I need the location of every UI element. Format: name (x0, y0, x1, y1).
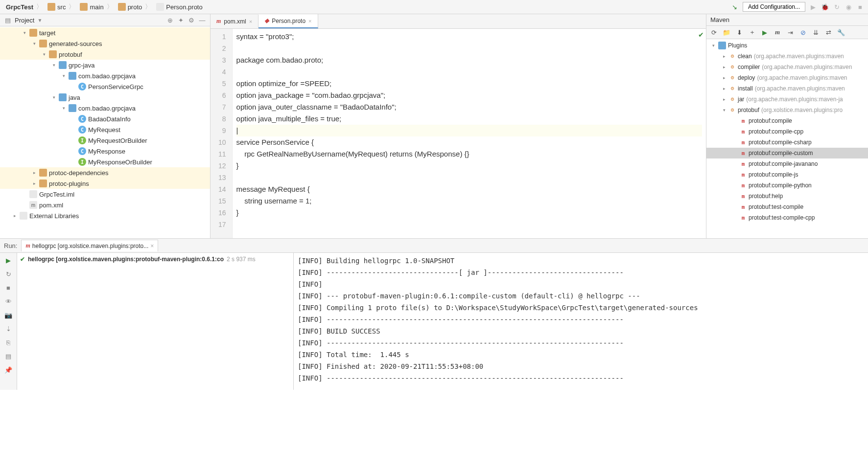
maven-label: protobuf:help (749, 193, 783, 200)
breadcrumb-item[interactable]: proto〉 (116, 1, 155, 12)
rerun-failed-icon[interactable]: ↻ (4, 270, 13, 278)
gear-icon: ⚙ (729, 64, 736, 70)
maven-item[interactable]: ▸⚙compiler (org.apache.maven.plugins:mav… (706, 62, 868, 72)
breadcrumb-item[interactable]: src〉 (46, 1, 78, 12)
expand-icon[interactable]: ✦ (177, 16, 185, 24)
maven-item[interactable]: mprotobuf:help (706, 191, 868, 202)
locate-icon[interactable]: ⊕ (166, 16, 174, 24)
tree-item[interactable]: ▾protobuf (0, 49, 210, 60)
tree-item[interactable]: IMyRequestOrBuilder (0, 135, 210, 146)
add-configuration-button[interactable]: Add Configuration... (743, 2, 805, 12)
run-maven-icon[interactable]: ▶ (760, 28, 769, 37)
tree-item[interactable]: CMyResponse (0, 146, 210, 157)
run-entry-label: hellogrpc [org.xolstice.maven.plugins:pr… (28, 256, 224, 263)
maven-item[interactable]: ▸⚙clean (org.apache.maven.plugins:maven (706, 51, 868, 62)
tree-item[interactable]: ▾generated-sources (0, 38, 210, 49)
tree-label: GrpcTest.iml (39, 191, 74, 198)
m-icon: m (740, 182, 747, 189)
close-tab-icon[interactable]: × (308, 18, 311, 24)
maven-item[interactable]: mprotobuf:compile-custom (706, 148, 868, 158)
tree-item[interactable]: GrpcTest.iml (0, 189, 210, 200)
maven-item[interactable]: mprotobuf:compile (706, 115, 868, 126)
tree-item[interactable]: ▸External Libraries (0, 210, 210, 221)
run-left-toolbar: ▶ ↻ ■ 👁 📷 ⇣ ⎘ ▤ 📌 (0, 253, 17, 390)
editor-tab[interactable]: mpom.xml× (211, 15, 258, 28)
breadcrumb-item[interactable]: Person.proto (154, 2, 204, 12)
stop-icon[interactable]: ■ (856, 3, 864, 11)
tree-item[interactable]: ▸protoc-plugins (0, 178, 210, 189)
pin-icon[interactable]: 📌 (4, 365, 13, 374)
rerun-icon[interactable]: ▶ (4, 256, 13, 265)
tree-item[interactable]: IMyResponseOrBuilder (0, 157, 210, 167)
breadcrumb-item[interactable]: GrpcTest〉 (4, 1, 46, 12)
editor-tab[interactable]: ◆Person.proto× (258, 14, 318, 28)
m-icon: m (740, 160, 747, 167)
tree-item[interactable]: ▾com.badao.grpcjava (0, 70, 210, 81)
tree-item[interactable]: CBadaoDataInfo (0, 113, 210, 124)
add-icon[interactable]: ＋ (748, 28, 756, 37)
debug-icon[interactable]: 🐞 (821, 3, 829, 11)
collapse-icon[interactable]: ⇊ (811, 28, 820, 37)
tree-label: com.badao.grpcjava (78, 105, 136, 112)
maven-tree[interactable]: ▾Plugins▸⚙clean (org.apache.maven.plugin… (706, 39, 868, 238)
tree-item[interactable]: CPersonServiceGrpc (0, 81, 210, 92)
generate-sources-icon[interactable]: 📁 (722, 28, 731, 37)
tree-label: MyRequestOrBuilder (88, 137, 147, 144)
build-icon[interactable]: ↘ (731, 3, 739, 11)
run-tree[interactable]: ✔ hellogrpc [org.xolstice.maven.plugins:… (17, 253, 294, 390)
tree-item[interactable]: ▾com.badao.grpcjava (0, 103, 210, 113)
cls-icon: C (78, 126, 86, 134)
maven-item[interactable]: mprotobuf:compile-python (706, 180, 868, 191)
maven-item[interactable]: ▸⚙deploy (org.apache.maven.plugins:maven (706, 72, 868, 83)
maven-label: protobuf:compile-python (749, 182, 812, 189)
m-icon[interactable]: m (773, 28, 782, 37)
run-tab[interactable]: m hellogrpc [org.xolstice.maven.plugins:… (21, 240, 158, 251)
maven-item[interactable]: ▾Plugins (706, 40, 868, 51)
maven-item[interactable]: mprotobuf:compile-javanano (706, 158, 868, 169)
maven-item[interactable]: mprotobuf:compile-cpp (706, 126, 868, 137)
toggle-offline-icon[interactable]: ⊘ (798, 28, 807, 37)
screenshot-icon[interactable]: 📷 (4, 311, 13, 319)
maven-settings-icon[interactable]: 🔧 (837, 28, 845, 37)
tree-item[interactable]: ▾grpc-java (0, 60, 210, 70)
tree-item[interactable]: ▾java (0, 92, 210, 103)
close-tab-icon[interactable]: × (150, 243, 154, 249)
coverage-icon[interactable]: ↻ (833, 3, 841, 11)
breadcrumb-item[interactable]: main〉 (78, 1, 116, 12)
project-tree[interactable]: ▾target▾generated-sources▾protobuf▾grpc-… (0, 26, 210, 238)
tree-item[interactable]: ▾target (0, 27, 210, 38)
maven-label: compiler (738, 64, 760, 70)
show-icon[interactable]: 👁 (4, 297, 13, 306)
maven-item[interactable]: ▾⚙protobuf (org.xolstice.maven.plugins:p… (706, 105, 868, 115)
toggle-skip-tests-icon[interactable]: ⇥ (786, 28, 795, 37)
maven-item[interactable]: mprotobuf:test-compile-cpp (706, 212, 868, 223)
maven-item[interactable]: ▸⚙jar (org.apache.maven.plugins:maven-ja (706, 94, 868, 105)
run-console[interactable]: [INFO] Building hellogrpc 1.0-SNAPSHOT [… (294, 253, 868, 390)
inspections-ok-icon[interactable]: ✔ (698, 31, 704, 39)
exit-icon[interactable]: ⎘ (4, 338, 13, 347)
folderB-icon (59, 61, 67, 69)
reload-icon[interactable]: ⟳ (709, 28, 718, 37)
download-icon[interactable]: ⬇ (735, 28, 744, 37)
maven-item[interactable]: mprotobuf:test-compile (706, 202, 868, 212)
hide-icon[interactable]: — (198, 16, 206, 24)
maven-item[interactable]: ▸⚙install (org.apache.maven.plugins:mave… (706, 83, 868, 94)
dump-icon[interactable]: ⇣ (4, 324, 13, 333)
tree-item[interactable]: ▸protoc-dependencies (0, 167, 210, 178)
tree-label: MyResponse (88, 148, 125, 155)
close-tab-icon[interactable]: × (249, 19, 252, 24)
run-icon[interactable]: ▶ (809, 3, 817, 11)
editor-code[interactable]: syntax = "proto3";package com.badao.prot… (233, 29, 706, 238)
maven-item[interactable]: mprotobuf:compile-csharp (706, 137, 868, 148)
maven-label: protobuf:test-compile (749, 203, 803, 210)
tree-item[interactable]: CMyRequest (0, 124, 210, 135)
maven-title: Maven (710, 16, 729, 23)
tree-item[interactable]: mpom.xml (0, 200, 210, 210)
profile-icon[interactable]: ◉ (845, 3, 852, 11)
stop-run-icon[interactable]: ■ (4, 283, 13, 292)
maven-item[interactable]: mprotobuf:compile-js (706, 169, 868, 180)
settings-icon[interactable]: ⚙ (188, 16, 195, 24)
layout-icon[interactable]: ▤ (4, 352, 13, 360)
tree-label: com.badao.grpcjava (78, 72, 136, 80)
show-settings-icon[interactable]: ⇄ (824, 28, 833, 37)
